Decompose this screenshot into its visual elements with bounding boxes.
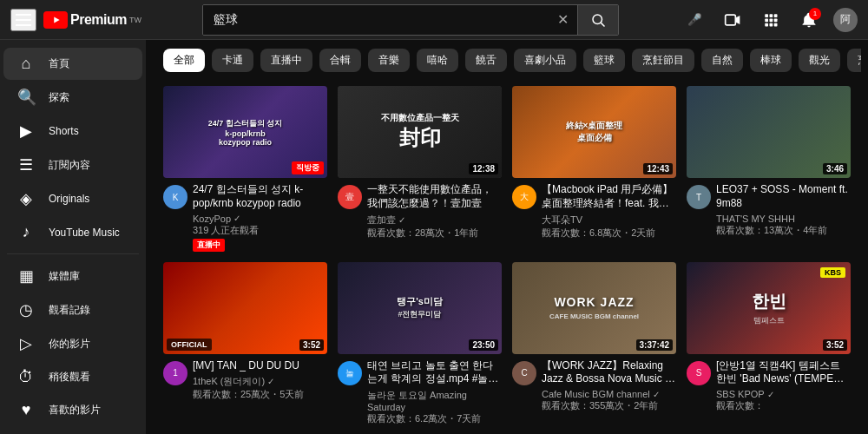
sidebar-label-liked: 喜歡的影片: [49, 403, 101, 418]
svg-rect-8: [765, 18, 768, 22]
filter-bar: 全部 卡通 直播中 合輯 音樂 嘻哈 饒舌 喜劇小品 籃球 烹飪節目 自然 棒球…: [153, 40, 861, 79]
explore-icon: 🔍: [17, 88, 35, 107]
create-video-button[interactable]: [719, 6, 746, 34]
filter-chip-cooking[interactable]: 烹飪: [847, 49, 861, 72]
thumb-text-1: 不用數位產品一整天封印: [378, 108, 463, 155]
header: PremiumTW ✕ 🎤 1 阿: [0, 0, 868, 40]
sidebar-item-history[interactable]: ◷ 觀看記錄: [3, 293, 142, 326]
thumbnail-2: 終結×桌面整理桌面必備 12:43: [512, 86, 676, 178]
video-card-1[interactable]: 不用數位產品一整天封印 12:38 壹 一整天不能使用數位產品，我們該怎麼過？！…: [338, 86, 502, 252]
sidebar-item-shorts[interactable]: ▶ Shorts: [3, 115, 142, 148]
filter-chip-basketball[interactable]: 籃球: [583, 49, 625, 72]
svg-rect-6: [770, 14, 773, 17]
view-count-7: 觀看次數：: [716, 399, 851, 412]
youtube-logo: PremiumTW: [43, 11, 141, 29]
header-right: 🎤 1 阿: [681, 6, 858, 34]
thumb-text-7a: 한빈: [752, 290, 786, 313]
duration-3: 3:46: [823, 163, 847, 174]
filter-chip-baseball[interactable]: 棒球: [750, 49, 792, 72]
filter-chip-cartoon[interactable]: 卡通: [212, 49, 253, 72]
filter-chip-hiphop[interactable]: 嘻哈: [417, 49, 458, 72]
view-count-3: 觀看次數：13萬次・4年前: [716, 224, 851, 237]
view-count-4: 觀看次數：25萬次・5天前: [193, 388, 327, 401]
sidebar-item-music[interactable]: ♪ YouTube Music: [3, 216, 142, 248]
video-card-5[interactable]: 탱구's미담#전현무미담 23:50 놀 태연 브리고 놀토 출연 한다는게 학…: [338, 262, 502, 426]
filter-chip-travel[interactable]: 觀光: [799, 49, 840, 72]
video-title-3: LEO37 + SOSS - Moment ft. 9m88: [716, 183, 851, 210]
video-info-7: S [안방1열 직캠4K] 템페스트 한빈 'Bad News' (TEMPES…: [687, 359, 851, 412]
thumbnail-1: 不用數位產品一整天封印 12:38: [338, 86, 502, 178]
sidebar-item-subscriptions[interactable]: ☰ 訂閱內容: [3, 148, 142, 181]
sidebar-item-your-videos[interactable]: ▷ 你的影片: [3, 327, 142, 360]
channel-avatar-7: S: [687, 361, 711, 385]
verified-1: ✓: [398, 215, 405, 225]
filter-chip-live[interactable]: 直播中: [260, 49, 312, 72]
filter-chip-music[interactable]: 音樂: [368, 49, 410, 72]
sidebar-item-watch-later[interactable]: ⏱ 稍後觀看: [3, 361, 142, 393]
sidebar-item-library[interactable]: ▦ 媒體庫: [3, 260, 142, 293]
filter-chip-nature[interactable]: 自然: [701, 49, 743, 72]
search-box: ✕: [202, 4, 619, 36]
svg-rect-3: [726, 15, 736, 25]
channel-name-0: KozyPop ✓: [193, 214, 327, 224]
video-info-0: K 24/7 힙스터들의 성지 k-pop/krnb kozypop radio…: [163, 183, 327, 251]
hamburger-menu[interactable]: [10, 9, 36, 31]
video-title-0: 24/7 힙스터들의 성지 k-pop/krnb kozypop radio: [193, 183, 327, 210]
video-card-4[interactable]: OFFICIAL 3:52 1 [MV] TAN _ DU DU DU 1the…: [163, 262, 327, 426]
filter-chip-all[interactable]: 全部: [163, 49, 205, 72]
search-input[interactable]: [203, 5, 549, 35]
filter-chip-cooking-show[interactable]: 烹飪節目: [632, 49, 694, 72]
originals-icon: ◈: [17, 189, 35, 208]
video-card-6[interactable]: WORK JAZZ CAFE MUSIC BGM channel 3:37:42…: [512, 262, 676, 426]
duration-2: 12:43: [643, 163, 673, 174]
video-meta-3: LEO37 + SOSS - Moment ft. 9m88 THAT'S MY…: [716, 183, 851, 236]
video-card-7[interactable]: KBS 한빈 템페스트 3:52 S [안방1열 직캠4K] 템페스트 한빈 '…: [687, 262, 851, 426]
thumb-text-2: 終結×桌面整理桌面必備: [562, 116, 627, 148]
video-title-2: 【Macbook iPad 用戶必備】桌面整理終結者！feat. 我的桌面...: [542, 183, 676, 210]
mic-button[interactable]: 🎤: [681, 6, 708, 34]
music-icon: ♪: [17, 223, 35, 241]
svg-point-1: [593, 15, 602, 24]
filter-chip-comedy[interactable]: 喜劇小品: [514, 49, 576, 72]
channel-avatar-0: K: [163, 185, 187, 209]
verified-7: ✓: [767, 390, 774, 399]
video-info-3: T LEO37 + SOSS - Moment ft. 9m88 THAT'S …: [687, 183, 851, 236]
watch-later-icon: ⏱: [17, 368, 35, 386]
sidebar-item-home[interactable]: ⌂ 首頁: [3, 48, 142, 80]
apps-button[interactable]: [757, 6, 785, 34]
notifications-button[interactable]: 1: [795, 6, 823, 34]
search-clear-button[interactable]: ✕: [549, 5, 577, 35]
svg-rect-13: [774, 23, 778, 26]
channel-avatar-1: 壹: [338, 185, 362, 209]
liked-icon: ♥: [17, 401, 35, 419]
app-container: PremiumTW ✕ 🎤 1 阿: [0, 0, 868, 434]
sidebar-label-music: YouTube Music: [49, 227, 120, 239]
thumb-text-0: 24/7 힙스터들의 성지k-pop/krnbkozypop radio: [205, 115, 286, 150]
library-icon: ▦: [17, 266, 35, 286]
sidebar-label-subscriptions: 訂閱內容: [49, 158, 90, 173]
sidebar-label-shorts: Shorts: [49, 125, 79, 137]
video-title-7: [안방1열 직캠4K] 템페스트 한빈 'Bad News' (TEMPEST …: [716, 359, 851, 386]
filter-chip-playlist[interactable]: 合輯: [319, 49, 361, 72]
live-text-0: 直播中: [193, 239, 225, 252]
body: ⌂ 首頁 🔍 探索 ▶ Shorts ☰ 訂閱內容 ◈ Originals ♪ …: [0, 40, 868, 434]
svg-rect-11: [765, 23, 768, 26]
video-card-2[interactable]: 終結×桌面整理桌面必備 12:43 大 【Macbook iPad 用戶必備】桌…: [512, 86, 676, 252]
sidebar-item-explore[interactable]: 🔍 探索: [3, 81, 142, 114]
channel-avatar-3: T: [687, 185, 711, 209]
user-avatar[interactable]: 阿: [833, 8, 858, 32]
svg-rect-12: [770, 23, 773, 26]
kbs-badge: KBS: [820, 267, 845, 278]
video-card-3[interactable]: 3:46 T LEO37 + SOSS - Moment ft. 9m88 TH…: [687, 86, 851, 252]
sidebar-item-originals[interactable]: ◈ Originals: [3, 182, 142, 215]
filter-chip-rap[interactable]: 饒舌: [465, 49, 507, 72]
channel-name-7: SBS KPOP ✓: [716, 389, 851, 399]
video-card-0[interactable]: 24/7 힙스터들의 성지k-pop/krnbkozypop radio 직방중…: [163, 86, 327, 252]
channel-avatar-5: 놀: [338, 361, 362, 385]
svg-rect-5: [765, 14, 768, 17]
notification-badge: 1: [809, 8, 821, 20]
sidebar-item-liked[interactable]: ♥ 喜歡的影片: [3, 394, 142, 426]
view-count-6: 觀看次數：355萬次・2年前: [542, 399, 676, 412]
search-submit-button[interactable]: [577, 5, 618, 35]
sidebar-item-show-more[interactable]: ∨ 顯示更多: [3, 427, 142, 434]
